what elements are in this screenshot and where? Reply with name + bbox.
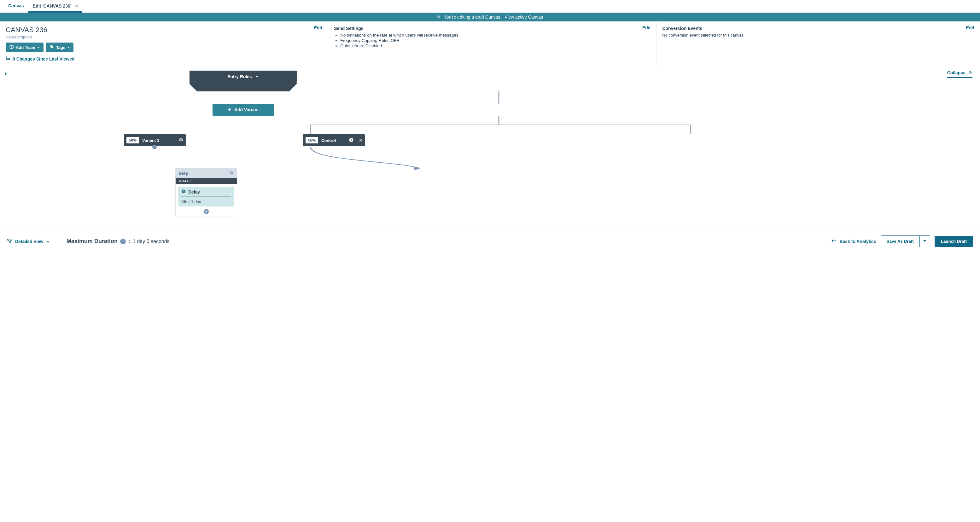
canvas-area[interactable]: Entry Rules + Add Variant 50% Variant 1 …: [18, 66, 980, 230]
tags-button[interactable]: Tags: [46, 43, 73, 52]
save-as-draft-more-button[interactable]: [920, 235, 930, 247]
send-settings-item: Frequency Capping Rules OFF: [340, 38, 651, 43]
info-row: Edit CANVAS 236 No description Add Team …: [0, 21, 980, 66]
back-to-analytics-link[interactable]: Back to Analytics: [831, 239, 876, 244]
entry-rules-node[interactable]: Entry Rules: [189, 71, 297, 83]
chevron-up-icon: [46, 239, 50, 244]
send-settings-item: No limitations on the rate at which user…: [340, 33, 651, 38]
delay-body: After 1 day: [181, 197, 231, 204]
variant-1-node[interactable]: 50% Variant 1: [124, 134, 186, 146]
changes-since-viewed-link[interactable]: 0 Changes Since Last Viewed: [6, 56, 322, 62]
chevron-down-icon: [67, 47, 70, 48]
back-to-analytics-label: Back to Analytics: [839, 239, 876, 244]
variant-1-pct: 50%: [126, 137, 139, 143]
maximum-duration-label: Maximum Duration: [67, 238, 118, 244]
send-settings-list: No limitations on the rate at which user…: [334, 33, 651, 48]
maximum-duration: Maximum Duration i : 1 day 0 seconds: [67, 238, 170, 244]
tab-edit-canvas[interactable]: Edit 'CANVAS 236' ×: [29, 0, 83, 11]
nodes-icon: [7, 238, 13, 244]
step-header: Step: [176, 169, 237, 178]
entry-rules-notch: [189, 83, 297, 91]
edit-conversion-events-link[interactable]: Edit: [966, 25, 974, 30]
svg-point-6: [6, 58, 6, 59]
chevron-down-icon: [37, 47, 40, 48]
tag-icon: [50, 45, 54, 50]
step-title: Step: [179, 171, 188, 176]
control-node[interactable]: 50% Control i ×: [303, 134, 365, 146]
maximum-duration-value: 1 day 0 seconds: [133, 239, 170, 244]
plus-icon: +: [228, 106, 231, 113]
list-icon: [6, 56, 11, 62]
launch-draft-button[interactable]: Launch Draft: [935, 236, 973, 247]
canvas-info-panel: Edit CANVAS 236 No description Add Team …: [0, 21, 328, 66]
chevron-down-icon: [255, 74, 259, 79]
gear-icon[interactable]: [229, 171, 234, 176]
edit-canvas-info-link[interactable]: Edit: [314, 25, 322, 30]
delay-label: Delay: [188, 189, 200, 195]
tab-edit-label: Edit 'CANVAS 236': [33, 3, 71, 8]
send-settings-header: Send Settings: [334, 26, 651, 31]
canvas-no-description: No description: [6, 35, 322, 40]
add-team-button[interactable]: Add Team: [6, 43, 43, 52]
svg-point-1: [51, 46, 52, 47]
send-settings-panel: Edit Send Settings No limitations on the…: [328, 21, 657, 66]
close-icon[interactable]: ×: [359, 137, 362, 144]
footer: Detailed View Maximum Duration i : 1 day…: [0, 230, 980, 252]
save-as-draft-button[interactable]: Save As Draft: [881, 235, 920, 247]
view-active-canvas-link[interactable]: View active Canvas: [504, 14, 543, 19]
add-step-button[interactable]: +: [204, 209, 209, 214]
connector-start-dot: [152, 145, 157, 149]
edit-send-settings-link[interactable]: Edit: [642, 25, 651, 30]
add-variant-button[interactable]: + Add Variant: [213, 104, 274, 116]
entry-rules-label: Entry Rules: [228, 74, 252, 79]
svg-point-7: [6, 59, 6, 60]
clock-icon: [181, 189, 186, 195]
info-icon[interactable]: i: [120, 239, 126, 244]
close-tab-icon[interactable]: ×: [75, 3, 78, 8]
arrow-left-icon: [831, 239, 837, 244]
globe-icon: [10, 45, 14, 50]
conversion-events-header: Conversion Events: [662, 26, 974, 31]
conversion-events-panel: Edit Conversion Events No conversion eve…: [657, 21, 980, 66]
draft-banner: ✎ You're editing a draft Canvas. View ac…: [0, 13, 980, 21]
send-settings-item: Quiet Hours: Disabled: [340, 43, 651, 48]
info-icon[interactable]: i: [349, 137, 354, 143]
detailed-view-toggle[interactable]: Detailed View: [7, 238, 50, 244]
variant-1-name: Variant 1: [142, 138, 159, 143]
tabs: Canvas Edit 'CANVAS 236' ×: [0, 0, 980, 13]
detailed-view-label: Detailed View: [15, 239, 43, 244]
canvas-title: CANVAS 236: [6, 26, 322, 34]
changes-label: 0 Changes Since Last Viewed: [13, 56, 75, 62]
tags-label: Tags: [56, 45, 65, 50]
control-pct: 50%: [305, 137, 318, 143]
step-card[interactable]: Step DRAFT Delay After 1 day +: [175, 168, 237, 216]
control-name: Control: [321, 138, 336, 143]
chevron-down-icon: [923, 239, 927, 244]
expand-sidebar-button[interactable]: [4, 71, 8, 78]
canvas-workspace: Collapse Entry Rules + Add Variant 50: [0, 66, 980, 230]
delay-box[interactable]: Delay After 1 day: [178, 187, 234, 206]
maximum-duration-sep: :: [128, 238, 130, 244]
gear-icon[interactable]: [179, 138, 183, 143]
add-variant-label: Add Variant: [234, 107, 259, 112]
banner-text: You're editing a draft Canvas.: [444, 14, 502, 19]
step-draft-badge: DRAFT: [176, 178, 237, 184]
svg-point-5: [6, 57, 6, 57]
svg-text:i: i: [351, 138, 352, 141]
conversion-events-desc: No conversion event selected for this ca…: [662, 33, 974, 38]
pencil-icon: ✎: [437, 14, 441, 19]
add-team-label: Add Team: [16, 45, 35, 50]
svg-marker-13: [414, 167, 420, 170]
tab-canvas[interactable]: Canvas: [4, 0, 29, 11]
